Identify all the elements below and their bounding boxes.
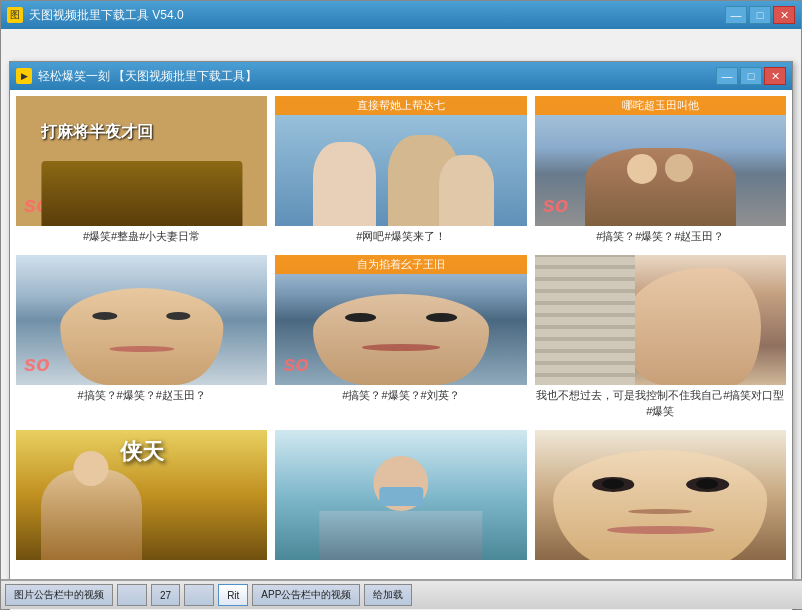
person-7 [41, 469, 142, 560]
video-item-2[interactable]: 直接帮她上帮达七 #网吧#爆笑来了！ [275, 96, 526, 247]
eye-4l [93, 312, 118, 320]
inner-title-bar: ▶ 轻松爆笑一刻 【天图视频批里下载工具】 — □ ✕ [10, 62, 792, 90]
outer-body: ▶ 轻松爆笑一刻 【天图视频批里下载工具】 — □ ✕ 打麻将半夜才回 [1, 29, 801, 609]
thumb-9 [535, 430, 786, 560]
inner-minimize-btn[interactable]: — [716, 67, 738, 85]
caption-1: #爆笑#整蛊#小夫妻日常 [16, 226, 267, 247]
caption-6: 我也不想过去，可是我控制不住我自己#搞笑对口型#爆笑 [535, 385, 786, 422]
taskbar-label-3: 27 [160, 590, 171, 601]
taskbar-item-2[interactable] [117, 584, 147, 606]
person-group-3 [585, 148, 736, 226]
outer-title-bar: 图 天图视频批里下载工具 V54.0 — □ ✕ [1, 1, 801, 29]
caption-3: #搞笑？#爆笑？#赵玉田？ [535, 226, 786, 247]
pupil-9r [697, 479, 718, 489]
taskbar-label-7: 给加载 [373, 588, 403, 602]
caption-9 [535, 560, 786, 566]
person-8 [319, 456, 482, 560]
thumb-text-1: 打麻将半夜才回 [41, 122, 153, 143]
person-shape-2c [439, 155, 494, 227]
thumb-6 [535, 255, 786, 385]
top-banner-3: 哪咤超玉田叫他 [535, 96, 786, 115]
face-3b [665, 154, 693, 182]
thumb-8 [275, 430, 526, 560]
outer-maximize-btn[interactable]: □ [749, 6, 771, 24]
eye-5r [426, 313, 458, 322]
nose-9 [628, 509, 692, 514]
inner-win-controls: — □ ✕ [716, 67, 786, 85]
mouth-5 [362, 344, 439, 350]
thumb-5: 自为掐着幺子王旧 so [275, 255, 526, 385]
inner-window: ▶ 轻松爆笑一刻 【天图视频批里下载工具】 — □ ✕ 打麻将半夜才回 [9, 61, 793, 610]
video-item-6[interactable]: 我也不想过去，可是我控制不住我自己#搞笑对口型#爆笑 [535, 255, 786, 422]
face-3a [627, 154, 657, 184]
video-item-8[interactable] [275, 430, 526, 566]
thumb-3: 哪咤超玉田叫他 so [535, 96, 786, 226]
person-shape-2a [313, 142, 376, 227]
caption-8 [275, 560, 526, 566]
mouth-4 [109, 346, 174, 352]
eye-4r [166, 312, 191, 320]
taskbar-item-4[interactable] [184, 584, 214, 606]
so-watermark-3: so [543, 192, 569, 218]
so-watermark-5: so [283, 351, 309, 377]
top-banner-2: 直接帮她上帮达七 [275, 96, 526, 115]
caption-2: #网吧#爆笑来了！ [275, 226, 526, 247]
outer-minimize-btn[interactable]: — [725, 6, 747, 24]
taskbar-item-5[interactable]: Rit [218, 584, 248, 606]
thumb-2: 直接帮她上帮达七 [275, 96, 526, 226]
taskbar-item-6[interactable]: APP公告栏中的视频 [252, 584, 360, 606]
face-4 [60, 288, 223, 386]
eye-9l [592, 477, 635, 492]
video-item-5[interactable]: 自为掐着幺子王旧 so #搞笑？#爆笑？#刘英？ [275, 255, 526, 422]
thumb-1: 打麻将半夜才回 so [16, 96, 267, 226]
thumb-4: so [16, 255, 267, 385]
eye-5l [345, 313, 377, 322]
thumb-text-7: 侠天 [16, 437, 267, 467]
video-item-7[interactable]: 侠天 [16, 430, 267, 566]
taskbar-item-7[interactable]: 给加载 [364, 584, 412, 606]
outer-title-text: 天图视频批里下载工具 V54.0 [29, 7, 725, 24]
pupil-9l [603, 479, 624, 489]
taskbar-label-1: 图片公告栏中的视频 [14, 588, 104, 602]
head-8 [373, 456, 428, 511]
caption-7 [16, 560, 267, 566]
video-item-4[interactable]: so #搞笑？#爆笑？#赵玉田？ [16, 255, 267, 422]
head-7 [74, 451, 109, 486]
so-watermark-4: so [24, 351, 50, 377]
outer-app-icon: 图 [7, 7, 23, 23]
caption-4: #搞笑？#爆笑？#赵玉田？ [16, 385, 267, 406]
mouth-9 [607, 526, 714, 533]
caption-5: #搞笑？#爆笑？#刘英？ [275, 385, 526, 406]
video-item-9[interactable] [535, 430, 786, 566]
body-8 [319, 511, 482, 560]
outer-win-controls: — □ ✕ [725, 6, 795, 24]
inner-app-icon: ▶ [16, 68, 32, 84]
taskbar-label-5: Rit [227, 590, 239, 601]
outer-close-btn[interactable]: ✕ [773, 6, 795, 24]
taskbar-item-1[interactable]: 图片公告栏中的视频 [5, 584, 113, 606]
taskbar: 图片公告栏中的视频 27 Rit APP公告栏中的视频 给加载 [1, 579, 802, 609]
inner-title-text: 轻松爆笑一刻 【天图视频批里下载工具】 [38, 68, 716, 85]
top-banner-5: 自为掐着幺子王旧 [275, 255, 526, 274]
inner-close-btn[interactable]: ✕ [764, 67, 786, 85]
video-grid: 打麻将半夜才回 so #爆笑#整蛊#小夫妻日常 直接帮她上帮达七 [16, 96, 786, 566]
face-5 [313, 294, 489, 385]
mask-8 [379, 487, 423, 506]
content-area[interactable]: 打麻将半夜才回 so #爆笑#整蛊#小夫妻日常 直接帮她上帮达七 [10, 90, 792, 588]
video-item-1[interactable]: 打麻将半夜才回 so #爆笑#整蛊#小夫妻日常 [16, 96, 267, 247]
blinds-6 [535, 255, 636, 385]
inner-maximize-btn[interactable]: □ [740, 67, 762, 85]
taskbar-item-3[interactable]: 27 [151, 584, 180, 606]
thumb-7: 侠天 [16, 430, 267, 560]
outer-window: 图 天图视频批里下载工具 V54.0 — □ ✕ ▶ 轻松爆笑一刻 【天图视频批… [0, 0, 802, 610]
video-item-3[interactable]: 哪咤超玉田叫他 so #搞笑？#爆笑？#赵玉田？ [535, 96, 786, 247]
eye-9r [686, 477, 729, 492]
taskbar-label-6: APP公告栏中的视频 [261, 588, 351, 602]
face-9 [554, 450, 768, 561]
table-shape [41, 161, 242, 226]
